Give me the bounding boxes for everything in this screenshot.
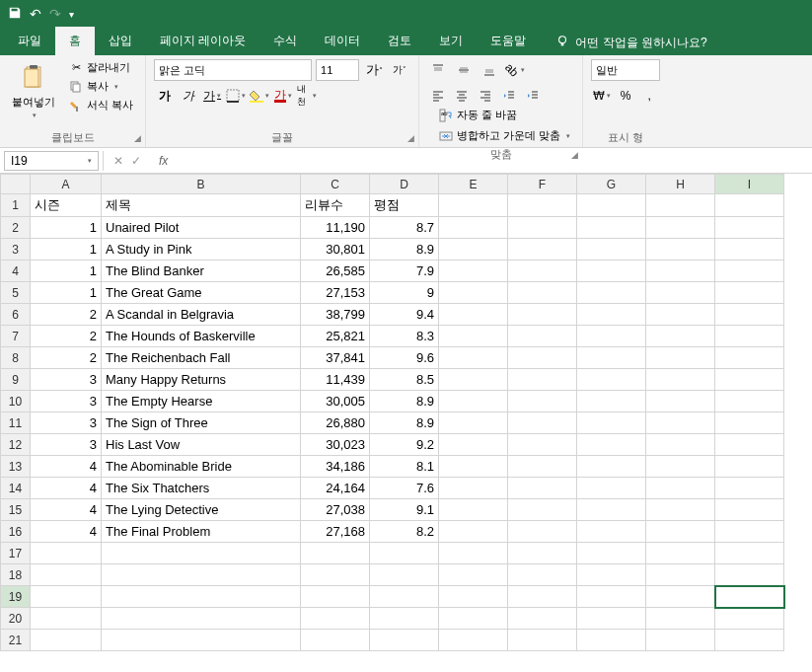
cell-E1[interactable] bbox=[439, 194, 508, 217]
cell-C19[interactable] bbox=[301, 586, 370, 608]
dialog-launcher-icon[interactable]: ◢ bbox=[134, 133, 141, 143]
row-header-13[interactable]: 13 bbox=[1, 456, 31, 478]
row-header-6[interactable]: 6 bbox=[1, 304, 31, 326]
cell-G8[interactable] bbox=[577, 347, 646, 369]
cell-F7[interactable] bbox=[508, 326, 577, 347]
cell-C3[interactable]: 30,801 bbox=[301, 239, 370, 261]
cell-G16[interactable] bbox=[577, 521, 646, 543]
cell-F18[interactable] bbox=[508, 564, 577, 586]
cell-E16[interactable] bbox=[439, 521, 508, 543]
cell-A10[interactable]: 3 bbox=[31, 391, 102, 412]
tab-help[interactable]: 도움말 bbox=[477, 27, 540, 55]
cell-F16[interactable] bbox=[508, 521, 577, 543]
cell-E4[interactable] bbox=[439, 261, 508, 282]
decrease-indent-button[interactable] bbox=[498, 85, 520, 107]
tab-formulas[interactable]: 수식 bbox=[259, 27, 311, 55]
align-top-button[interactable] bbox=[427, 59, 449, 81]
cell-E19[interactable] bbox=[439, 586, 508, 608]
tab-data[interactable]: 데이터 bbox=[311, 27, 374, 55]
dialog-launcher-icon[interactable]: ◢ bbox=[407, 133, 414, 143]
cell-F12[interactable] bbox=[508, 434, 577, 456]
spreadsheet-grid[interactable]: ABCDEFGHI1시즌제목리뷰수평점21Unaired Pilot11,190… bbox=[0, 174, 812, 651]
cell-D4[interactable]: 7.9 bbox=[370, 261, 439, 282]
cell-A16[interactable]: 4 bbox=[31, 521, 102, 543]
merge-center-button[interactable]: 병합하고 가운데 맞춤 ▾ bbox=[435, 127, 574, 144]
cell-E17[interactable] bbox=[439, 543, 508, 564]
row-header-20[interactable]: 20 bbox=[1, 608, 31, 630]
cell-I3[interactable] bbox=[715, 239, 784, 261]
cell-I18[interactable] bbox=[715, 564, 784, 586]
cell-A9[interactable]: 3 bbox=[31, 369, 102, 391]
cell-G14[interactable] bbox=[577, 478, 646, 499]
cell-I2[interactable] bbox=[715, 217, 784, 239]
row-header-5[interactable]: 5 bbox=[1, 282, 31, 304]
cell-C11[interactable]: 26,880 bbox=[301, 412, 370, 434]
row-header-14[interactable]: 14 bbox=[1, 478, 31, 499]
cell-A8[interactable]: 2 bbox=[31, 347, 102, 369]
cell-F19[interactable] bbox=[508, 586, 577, 608]
cell-H3[interactable] bbox=[646, 239, 715, 261]
paste-button[interactable]: 붙여넣기 ▾ bbox=[8, 59, 59, 121]
fx-icon[interactable]: fx bbox=[151, 154, 176, 168]
cell-G1[interactable] bbox=[577, 194, 646, 217]
phonetic-button[interactable]: 내천▾ bbox=[296, 85, 318, 107]
select-all-corner[interactable] bbox=[1, 175, 31, 194]
cell-E7[interactable] bbox=[439, 326, 508, 347]
cell-A17[interactable] bbox=[31, 543, 102, 564]
cell-G17[interactable] bbox=[577, 543, 646, 564]
tab-view[interactable]: 보기 bbox=[425, 27, 477, 55]
cell-F15[interactable] bbox=[508, 499, 577, 521]
cell-H5[interactable] bbox=[646, 282, 715, 304]
cell-G13[interactable] bbox=[577, 456, 646, 478]
cell-B4[interactable]: The Blind Banker bbox=[102, 261, 301, 282]
cell-G18[interactable] bbox=[577, 564, 646, 586]
cell-G11[interactable] bbox=[577, 412, 646, 434]
cell-B11[interactable]: The Sign of Three bbox=[102, 412, 301, 434]
cell-I20[interactable] bbox=[715, 608, 784, 630]
align-center-button[interactable] bbox=[451, 85, 473, 107]
cell-B21[interactable] bbox=[102, 630, 301, 651]
cell-H4[interactable] bbox=[646, 261, 715, 282]
cell-A19[interactable] bbox=[31, 586, 102, 608]
cell-E20[interactable] bbox=[439, 608, 508, 630]
cell-E13[interactable] bbox=[439, 456, 508, 478]
cell-I17[interactable] bbox=[715, 543, 784, 564]
cell-I7[interactable] bbox=[715, 326, 784, 347]
cell-H19[interactable] bbox=[646, 586, 715, 608]
cell-C17[interactable] bbox=[301, 543, 370, 564]
cell-F1[interactable] bbox=[508, 194, 577, 217]
row-header-15[interactable]: 15 bbox=[1, 499, 31, 521]
cell-I16[interactable] bbox=[715, 521, 784, 543]
qat-customize-icon[interactable]: ▾ bbox=[69, 9, 74, 20]
col-header-H[interactable]: H bbox=[646, 175, 715, 194]
cell-H13[interactable] bbox=[646, 456, 715, 478]
cell-B20[interactable] bbox=[102, 608, 301, 630]
cell-A13[interactable]: 4 bbox=[31, 456, 102, 478]
cell-A7[interactable]: 2 bbox=[31, 326, 102, 347]
cell-I19[interactable] bbox=[715, 586, 784, 608]
cell-G20[interactable] bbox=[577, 608, 646, 630]
cell-C8[interactable]: 37,841 bbox=[301, 347, 370, 369]
cell-C9[interactable]: 11,439 bbox=[301, 369, 370, 391]
cell-A18[interactable] bbox=[31, 564, 102, 586]
cell-C7[interactable]: 25,821 bbox=[301, 326, 370, 347]
cell-B16[interactable]: The Final Problem bbox=[102, 521, 301, 543]
cell-D17[interactable] bbox=[370, 543, 439, 564]
cell-B15[interactable]: The Lying Detective bbox=[102, 499, 301, 521]
row-header-10[interactable]: 10 bbox=[1, 391, 31, 412]
cell-H1[interactable] bbox=[646, 194, 715, 217]
cell-D7[interactable]: 8.3 bbox=[370, 326, 439, 347]
cell-E12[interactable] bbox=[439, 434, 508, 456]
cell-A6[interactable]: 2 bbox=[31, 304, 102, 326]
cell-F17[interactable] bbox=[508, 543, 577, 564]
cell-E11[interactable] bbox=[439, 412, 508, 434]
enter-formula-icon[interactable]: ✓ bbox=[131, 154, 141, 168]
cell-G6[interactable] bbox=[577, 304, 646, 326]
cell-F8[interactable] bbox=[508, 347, 577, 369]
cell-E8[interactable] bbox=[439, 347, 508, 369]
cell-F21[interactable] bbox=[508, 630, 577, 651]
cell-B9[interactable]: Many Happy Returns bbox=[102, 369, 301, 391]
redo-icon[interactable]: ↷ bbox=[49, 6, 61, 22]
cell-G9[interactable] bbox=[577, 369, 646, 391]
cell-A14[interactable]: 4 bbox=[31, 478, 102, 499]
